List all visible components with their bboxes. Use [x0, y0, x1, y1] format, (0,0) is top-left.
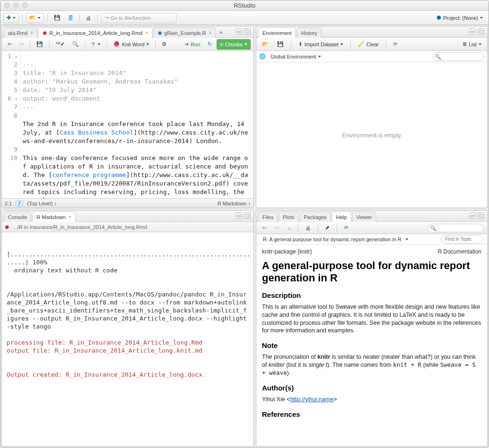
project-icon: ⬢	[437, 15, 441, 21]
source-tab-0[interactable]: ata.Rmd ×	[4, 27, 37, 38]
back-button[interactable]: ⇦	[5, 39, 15, 50]
load-workspace-button[interactable]: 📂	[259, 39, 271, 50]
rerun-button[interactable]: ↻	[205, 39, 215, 50]
code-area[interactable]: --- title: "R in Insurance 2014" author:…	[21, 51, 253, 198]
console-tabbar: Console R Markdown × ▭ ▢	[2, 211, 253, 222]
project-menu[interactable]: ⬢ Project: (None)	[434, 13, 486, 23]
rmd-icon: ◉	[5, 224, 9, 230]
help-refresh-button[interactable]: ⟳	[341, 223, 351, 233]
chevron-down-icon	[244, 43, 247, 45]
tab-environment[interactable]: Environment	[258, 27, 296, 38]
env-scope-selector[interactable]: Global Environment	[268, 51, 324, 62]
spellcheck-button[interactable]: ᴬᴮ✔	[53, 39, 67, 50]
tab-overflow-button[interactable]: »	[217, 27, 225, 37]
tab-files[interactable]: Files	[258, 211, 278, 222]
new-file-button[interactable]: ✚	[3, 13, 19, 23]
separator	[47, 14, 48, 22]
source-editor[interactable]: 1 ▾ 2345 6 ▾ 78 910 --- title: "R in Ins…	[2, 51, 253, 198]
close-icon[interactable]: ×	[145, 30, 148, 35]
project-label: Project: (None)	[443, 15, 478, 21]
help-home-button[interactable]: ⌂	[285, 223, 294, 233]
open-file-button[interactable]: 📂	[26, 13, 44, 23]
save-button[interactable]: 💾	[51, 13, 63, 23]
help-tabbar: Files Plots Packages Help Viewer ▭ ▢	[256, 211, 487, 222]
import-icon: ⬇	[298, 41, 303, 47]
save-all-button[interactable]: 🗄	[65, 13, 76, 23]
find-in-topic-input[interactable]	[441, 235, 483, 244]
pane-maximize-button[interactable]: ▢	[244, 28, 251, 35]
refresh-env-button[interactable]: ⟳	[390, 39, 400, 50]
print-button[interactable]: 🖨	[83, 13, 94, 23]
chunks-button[interactable]: ≡ Chunks	[217, 39, 251, 50]
import-dataset-button[interactable]: ⬇ Import Dataset	[295, 39, 346, 50]
traffic-lights	[4, 2, 28, 8]
minimize-window-button[interactable]	[13, 2, 19, 8]
tab-console[interactable]: Console	[4, 211, 31, 222]
zoom-window-button[interactable]	[22, 2, 28, 8]
function-indicator: ƒ	[16, 200, 23, 207]
document-options-button[interactable]: ⚙	[159, 39, 169, 50]
forward-button[interactable]: ⇨	[17, 39, 26, 50]
tab-label: R_in_Insurance_2014_Article_long.Rmd	[49, 30, 143, 36]
help-desc-heading: Description	[262, 291, 481, 299]
chevron-down-icon	[38, 17, 41, 19]
window-titlebar: RStudio	[0, 0, 489, 11]
tab-plots[interactable]: Plots	[278, 211, 298, 222]
tab-history[interactable]: History	[297, 27, 321, 38]
close-icon[interactable]: ×	[68, 214, 71, 220]
close-icon[interactable]: ×	[31, 30, 34, 35]
tab-viewer[interactable]: Viewer	[352, 211, 376, 222]
env-empty-message: Environment is empty	[256, 62, 487, 208]
help-forward-button[interactable]: ⇨	[272, 223, 282, 233]
help-popout-button[interactable]: ⬈	[322, 223, 332, 233]
knit-help-button[interactable]: ?	[89, 39, 103, 50]
pane-minimize-button[interactable]: ▭	[236, 212, 242, 219]
clear-workspace-button[interactable]: 🧹 Clear	[355, 39, 381, 50]
help-content[interactable]: knitr-package {knitr} R Documentation A …	[256, 245, 487, 446]
chevron-down-icon	[340, 43, 343, 45]
console-output[interactable]: |.......................................…	[2, 232, 253, 446]
chevron-down-icon	[405, 238, 408, 240]
help-breadcrumb[interactable]: R: A general-purpose tool for dynamic re…	[260, 234, 437, 245]
author-link[interactable]: http://yihui.name	[290, 396, 334, 403]
r-file-icon: ◉	[158, 30, 162, 36]
console-pane: Console R Markdown × ▭ ▢ ◉ …/R in Insura…	[1, 210, 254, 447]
broom-icon: 🧹	[358, 41, 364, 47]
goto-file-function[interactable]: ↪ Go to file/function	[101, 13, 177, 23]
view-mode-button[interactable]: ≣ List	[460, 39, 484, 50]
run-button[interactable]: ➔ Run	[182, 39, 203, 50]
help-print-button[interactable]: 🖨	[303, 223, 313, 233]
help-note-heading: Note	[262, 341, 481, 349]
env-search-input[interactable]: 🔍	[432, 52, 484, 61]
save-workspace-button[interactable]: 💾	[274, 39, 287, 50]
pane-maximize-button[interactable]: ▢	[478, 212, 484, 219]
source-tab-1[interactable]: ◉ R_in_Insurance_2014_Article_long.Rmd ×	[38, 27, 152, 38]
source-toolbar: ⇦ ⇨ 💾 ᴬᴮ✔ 🔍 ? 🧶 Knit Word ⚙ ➔ Run ↻	[2, 38, 253, 51]
separator	[97, 14, 98, 22]
help-package-label: knitr-package {knitr}	[262, 248, 312, 255]
help-search-input[interactable]: 🔍	[428, 224, 484, 232]
help-authors-heading: Author(s)	[262, 384, 481, 392]
pane-maximize-button[interactable]: ▢	[244, 212, 251, 219]
pane-minimize-button[interactable]: ▭	[469, 212, 476, 219]
close-window-button[interactable]	[4, 2, 10, 8]
find-replace-button[interactable]: 🔍	[69, 39, 82, 50]
save-icon: 💾	[54, 15, 60, 21]
chevron-down-icon	[480, 17, 483, 19]
pane-minimize-button[interactable]: ▭	[236, 28, 242, 35]
tab-rmarkdown[interactable]: R Markdown ×	[32, 211, 76, 222]
pane-minimize-button[interactable]: ▭	[469, 28, 476, 35]
tab-help[interactable]: Help	[332, 211, 351, 222]
scope-selector[interactable]: (Top Level) ↕	[27, 201, 57, 206]
close-icon[interactable]: ×	[209, 30, 211, 35]
save-source-button[interactable]: 💾	[34, 39, 46, 50]
source-tab-2[interactable]: ◉ gRain_Example.R ×	[153, 27, 216, 38]
help-back-button[interactable]: ⇦	[259, 223, 269, 233]
help-note-text: The pronunciation of knitr is similar to…	[262, 353, 481, 377]
pane-maximize-button[interactable]: ▢	[478, 28, 484, 35]
chevron-down-icon	[13, 17, 16, 19]
knit-button[interactable]: 🧶 Knit Word	[110, 39, 152, 50]
tab-packages[interactable]: Packages	[300, 211, 331, 222]
help-title: A general-purpose tool for dynamic repor…	[262, 260, 481, 285]
file-type-selector[interactable]: R Markdown ↕	[218, 201, 251, 206]
